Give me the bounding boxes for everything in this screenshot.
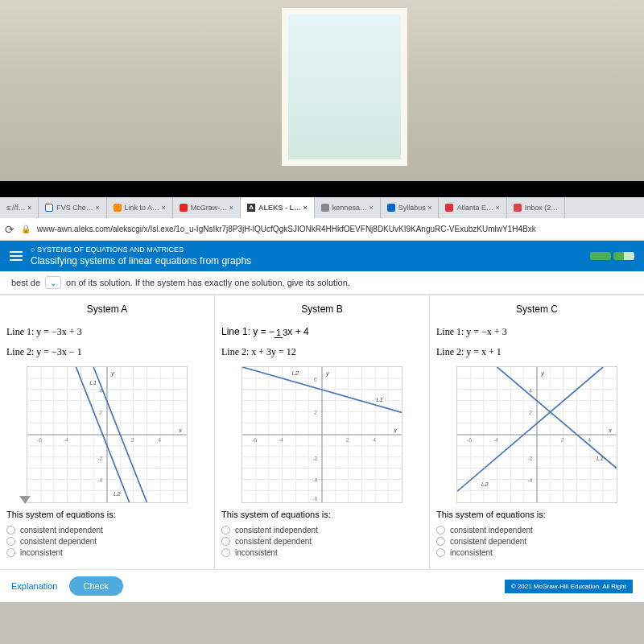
svg-text:-6: -6 xyxy=(252,437,257,443)
footer: Explanation Check © 2021 McGraw-Hill Edu… xyxy=(0,569,644,602)
svg-text:4: 4 xyxy=(529,388,532,394)
system-a-title: System A xyxy=(6,303,208,315)
svg-text:6: 6 xyxy=(314,377,317,382)
system-c: System C Line 1: y = −x + 3 Line 2: y = … xyxy=(430,295,644,569)
tab-2[interactable]: Link to A… × xyxy=(107,197,173,218)
svg-text:4: 4 xyxy=(99,388,102,394)
svg-text:2: 2 xyxy=(99,410,102,415)
system-b-title: System B xyxy=(221,303,423,315)
radio-icon xyxy=(221,548,230,557)
system-a-opt2[interactable]: consistent dependent xyxy=(6,537,208,546)
radio-icon xyxy=(436,548,445,557)
svg-text:2: 2 xyxy=(561,437,564,443)
svg-text:L1: L1 xyxy=(89,379,97,386)
system-b: System B Line 1: y = −13x + 4 Line 2: x … xyxy=(215,295,430,569)
system-a-graph: L1 L2 y x -6-424 42-2-4 xyxy=(27,366,188,503)
tab-4-active[interactable]: AALEKS - L… × xyxy=(241,197,315,218)
favicon-syllabus xyxy=(387,204,395,212)
system-c-opt3[interactable]: inconsistent xyxy=(436,548,638,557)
radio-icon xyxy=(221,537,230,546)
resize-handle-icon xyxy=(19,496,31,504)
explanation-button[interactable]: Explanation xyxy=(11,581,58,591)
favicon-mcgraw xyxy=(180,204,188,212)
url-text[interactable]: www-awn.aleks.com/alekscgi/x/Isl.exe/1o_… xyxy=(37,225,536,233)
svg-text:-4: -4 xyxy=(312,477,317,483)
system-a: System A Line 1: y = −3x + 3 Line 2: y =… xyxy=(0,295,215,569)
system-b-opt2[interactable]: consistent dependent xyxy=(221,537,423,546)
svg-text:x: x xyxy=(178,427,183,434)
favicon-x xyxy=(45,204,53,212)
svg-text:4: 4 xyxy=(588,437,591,443)
svg-text:2: 2 xyxy=(314,410,317,415)
tab-3[interactable]: McGraw-… × xyxy=(173,197,241,218)
radio-icon xyxy=(6,537,15,546)
svg-text:-4: -4 xyxy=(279,437,283,443)
system-c-line1: Line 1: y = −x + 3 xyxy=(436,326,638,338)
progress-indicator xyxy=(590,252,634,260)
svg-text:-6: -6 xyxy=(37,437,42,443)
monitor-bezel xyxy=(0,181,644,197)
system-c-opt2[interactable]: consistent dependent xyxy=(436,537,638,546)
radio-icon xyxy=(6,548,15,557)
tab-strip: s://f… × FVS Che… × Link to A… × McGraw-… xyxy=(0,197,644,218)
menu-icon[interactable] xyxy=(10,251,23,261)
system-c-title: System C xyxy=(436,303,638,315)
system-b-question: This system of equations is: xyxy=(221,510,423,519)
system-c-line2: Line 2: y = x + 1 xyxy=(436,346,638,358)
check-button[interactable]: Check xyxy=(69,576,123,596)
svg-text:y: y xyxy=(540,369,545,377)
svg-text:2: 2 xyxy=(131,437,134,443)
dropdown-icon[interactable]: ⌄ xyxy=(45,276,61,289)
svg-line-94 xyxy=(497,367,617,469)
tab-5[interactable]: kennesa… × xyxy=(315,197,381,218)
svg-text:x: x xyxy=(608,427,613,434)
favicon-b xyxy=(114,204,122,212)
svg-text:L1: L1 xyxy=(597,455,604,462)
system-a-line2: Line 2: y = −3x − 1 xyxy=(6,346,208,358)
tab-6[interactable]: Syllabus × xyxy=(381,197,440,218)
svg-text:y: y xyxy=(325,369,330,377)
tab-0[interactable]: s://f… × xyxy=(0,197,39,218)
instruction-row: best de ⌄ on of its solution. If the sys… xyxy=(0,271,644,295)
svg-text:-4: -4 xyxy=(493,437,498,443)
svg-text:y: y xyxy=(110,369,115,377)
system-c-graph: L1 L2 y x -6-424 42-2-4 xyxy=(456,366,617,503)
favicon-k xyxy=(321,204,329,212)
copyright-text: © 2021 McGraw-Hill Education. All Right xyxy=(505,580,633,593)
system-a-opt1[interactable]: consistent independent xyxy=(6,526,208,535)
svg-text:L2: L2 xyxy=(291,369,299,377)
svg-text:-4: -4 xyxy=(64,437,68,443)
tab-8[interactable]: Inbox (2… xyxy=(507,197,566,218)
system-c-question: This system of equations is: xyxy=(436,510,638,519)
svg-text:-4: -4 xyxy=(527,477,532,483)
system-b-opt3[interactable]: inconsistent xyxy=(221,548,423,557)
svg-text:L1: L1 xyxy=(376,396,383,403)
svg-text:4: 4 xyxy=(373,437,376,443)
favicon-gmail xyxy=(514,204,522,212)
system-b-opt1[interactable]: consistent independent xyxy=(221,526,423,535)
svg-text:4: 4 xyxy=(158,437,161,443)
svg-text:2: 2 xyxy=(346,437,349,443)
svg-text:-2: -2 xyxy=(527,456,532,461)
system-b-line2: Line 2: x + 3y = 12 xyxy=(221,346,423,358)
systems-container: System A Line 1: y = −3x + 3 Line 2: y =… xyxy=(0,295,644,569)
svg-text:L2: L2 xyxy=(114,490,121,497)
svg-text:x: x xyxy=(393,427,398,434)
system-a-opt3[interactable]: inconsistent xyxy=(6,548,208,557)
svg-text:L2: L2 xyxy=(481,481,489,488)
system-b-line1: Line 1: y = −13x + 4 xyxy=(221,326,423,338)
tab-1[interactable]: FVS Che… × xyxy=(39,197,106,218)
system-a-line1: Line 1: y = −3x + 3 xyxy=(6,326,208,338)
tab-7[interactable]: Atlanta E… × xyxy=(439,197,506,218)
system-c-opt1[interactable]: consistent independent xyxy=(436,526,638,535)
lock-icon[interactable]: 🔒 xyxy=(21,225,31,233)
background-photo xyxy=(0,0,644,181)
aleks-header: ○ SYSTEMS OF EQUATIONS AND MATRICES Clas… xyxy=(0,241,644,271)
svg-line-95 xyxy=(457,367,603,491)
topic-label: ○ SYSTEMS OF EQUATIONS AND MATRICES xyxy=(31,246,251,254)
radio-icon xyxy=(436,526,445,535)
favicon-aleks: A xyxy=(247,204,255,212)
browser-window: s://f… × FVS Che… × Link to A… × McGraw-… xyxy=(0,197,644,602)
radio-icon xyxy=(436,537,445,546)
reload-icon[interactable]: ⟳ xyxy=(5,223,14,236)
